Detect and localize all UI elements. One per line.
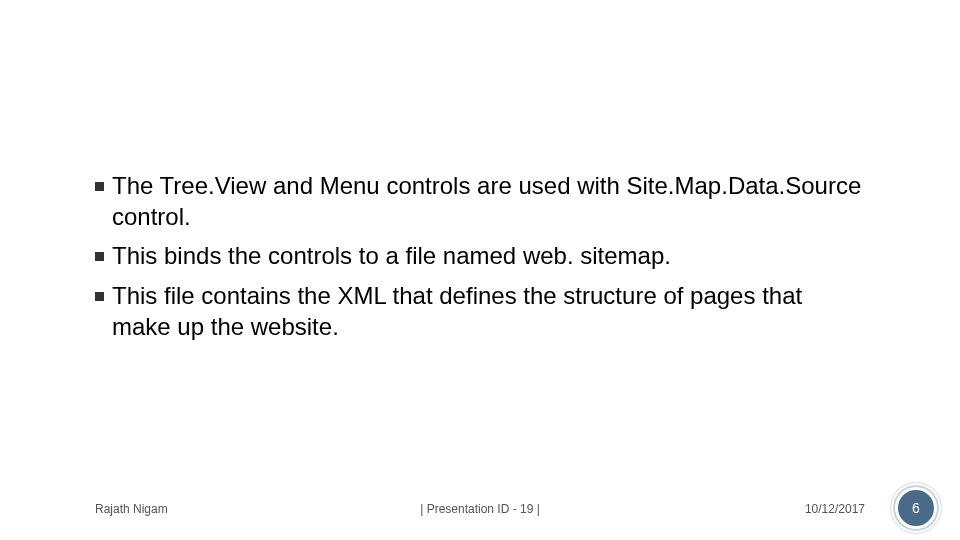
bullet-item: This binds the controls to a file named … xyxy=(95,240,865,271)
page-number-badge: 6 xyxy=(898,490,934,526)
bullet-item: The Tree.View and Menu controls are used… xyxy=(95,170,865,232)
square-bullet-icon xyxy=(95,292,104,301)
page-number: 6 xyxy=(912,500,920,516)
footer: Rajath Nigam | Presentation ID - 19 | 10… xyxy=(0,486,960,516)
bullet-item: This file contains the XML that defines … xyxy=(95,280,865,342)
bullet-text: The Tree.View and Menu controls are used… xyxy=(112,170,865,232)
footer-date: 10/12/2017 xyxy=(805,502,865,516)
content-area: The Tree.View and Menu controls are used… xyxy=(95,170,865,350)
bullet-text: This file contains the XML that defines … xyxy=(112,280,865,342)
square-bullet-icon xyxy=(95,252,104,261)
square-bullet-icon xyxy=(95,182,104,191)
bullet-text: This binds the controls to a file named … xyxy=(112,240,671,271)
slide: The Tree.View and Menu controls are used… xyxy=(0,0,960,540)
